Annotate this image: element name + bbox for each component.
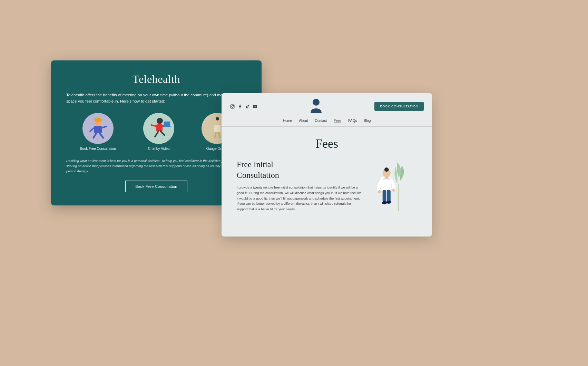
icon-item-1: Book Free Consultation [80, 113, 116, 151]
section-body: I provide a twenty minute free initial c… [237, 185, 362, 212]
nav-about[interactable]: About [299, 119, 308, 123]
icon-circle-video [143, 113, 174, 144]
svg-rect-14 [163, 126, 171, 127]
consultation-text: Free InitialConsultation I provide a twe… [237, 159, 362, 212]
logo-avatar [308, 98, 324, 115]
fees-title: Fees [237, 136, 417, 151]
svg-point-37 [378, 190, 381, 193]
illustration-area [369, 159, 417, 214]
svg-rect-8 [156, 124, 163, 131]
nav-divider [222, 126, 432, 127]
telehealth-subtitle: Telehealth offers the benefits of meetin… [66, 92, 246, 105]
nav-fees[interactable]: Fees [334, 119, 341, 123]
consultation-link[interactable]: twenty minute free initial consultation [253, 185, 306, 189]
svg-line-10 [160, 131, 165, 135]
svg-line-6 [102, 126, 107, 128]
social-icons [230, 104, 257, 109]
fees-body: Fees Free InitialConsultation I provide … [222, 131, 432, 220]
nav-contact[interactable]: Contact [315, 119, 327, 123]
svg-line-18 [211, 126, 214, 129]
header: BOOK CONSULTATION [222, 93, 432, 117]
svg-point-24 [231, 105, 233, 107]
nav-blog[interactable]: Blog [364, 119, 371, 123]
person-illustration [374, 159, 412, 214]
icon-label-2: Chat by Video [148, 147, 170, 151]
svg-rect-17 [214, 125, 220, 132]
video-illustration [147, 115, 171, 141]
svg-point-35 [382, 201, 387, 204]
icon-item-2: Chat by Video [143, 113, 174, 151]
telehealth-title: Telehealth [66, 73, 246, 86]
fees-card: BOOK CONSULTATION Home About Contact Fee… [222, 93, 432, 237]
svg-rect-23 [231, 105, 234, 108]
tiktok-icon[interactable] [245, 104, 250, 109]
svg-line-5 [90, 128, 94, 131]
icon-circle-consultation [82, 113, 114, 144]
svg-point-1 [94, 118, 102, 122]
svg-line-3 [94, 133, 96, 138]
free-consultation-section: Free InitialConsultation I provide a twe… [237, 159, 417, 214]
svg-rect-2 [94, 126, 102, 133]
svg-rect-34 [387, 190, 391, 202]
instagram-icon[interactable] [230, 104, 235, 109]
youtube-icon[interactable] [253, 104, 257, 109]
svg-point-36 [386, 201, 391, 204]
section-title: Free InitialConsultation [237, 159, 362, 181]
svg-point-25 [233, 105, 234, 106]
icons-row: Book Free Consultation [66, 113, 246, 151]
consultation-illustration [86, 115, 110, 141]
book-consultation-button[interactable]: Book Free Consultation [125, 181, 187, 192]
svg-line-21 [219, 132, 220, 138]
svg-point-30 [384, 167, 389, 172]
navigation: Home About Contact Fees FAQs Blog [222, 117, 432, 126]
nav-home[interactable]: Home [283, 119, 292, 123]
svg-point-7 [157, 118, 163, 124]
svg-point-27 [313, 99, 320, 106]
svg-line-20 [215, 132, 216, 138]
svg-line-9 [155, 131, 158, 137]
nav-faqs[interactable]: FAQs [348, 119, 357, 123]
icon-label-1: Book Free Consultation [80, 147, 116, 151]
book-consultation-header-button[interactable]: BOOK CONSULTATION [374, 102, 424, 111]
telehealth-body: Deciding what environment is best for yo… [66, 158, 246, 174]
facebook-icon[interactable] [237, 104, 242, 109]
svg-line-4 [100, 133, 103, 138]
svg-rect-13 [164, 122, 170, 126]
svg-line-11 [151, 125, 156, 126]
svg-point-16 [216, 117, 219, 121]
svg-rect-33 [383, 190, 386, 202]
svg-point-38 [392, 189, 395, 192]
svg-rect-32 [385, 176, 389, 179]
